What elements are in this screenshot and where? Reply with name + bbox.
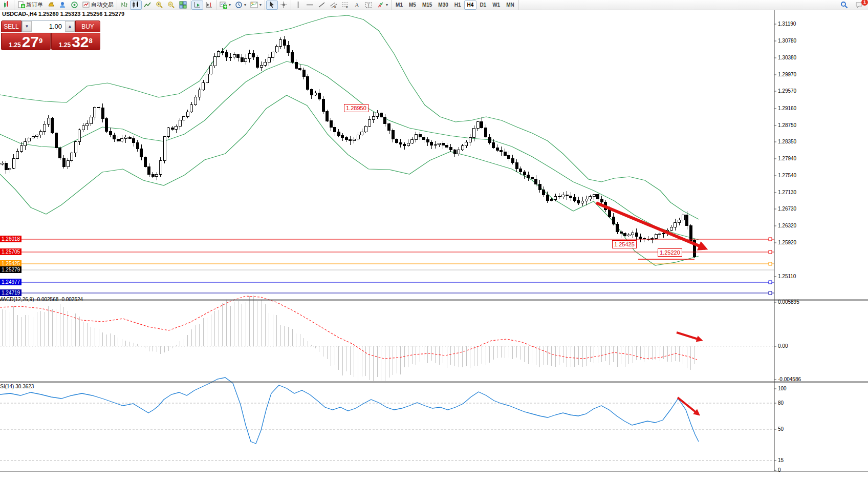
price-axis-tick: 1.27540 [778, 173, 796, 178]
line-handle[interactable] [769, 291, 772, 295]
new-order-button[interactable]: 新订单 [15, 1, 45, 10]
svg-text:T: T [367, 3, 371, 8]
toolbar-group-4: ▾▾▾ [216, 0, 265, 10]
price-annotation[interactable]: 1.28950 [344, 104, 368, 112]
price-axis-tick: 1.30380 [778, 55, 796, 60]
bollinger-upper-band[interactable] [0, 15, 699, 219]
crosshair-button[interactable] [278, 1, 290, 10]
line-handle[interactable] [769, 281, 772, 284]
chevron-down-icon[interactable]: ▾ [229, 3, 231, 7]
candle-mini-button[interactable] [1, 1, 13, 10]
cursor-button[interactable] [266, 1, 278, 10]
symbol-quote-line: USDCAD-,H4 1.25260 1.25323 1.25256 1.252… [2, 11, 124, 17]
timeframe-m15-button[interactable]: M15 [419, 1, 435, 10]
candles-button[interactable] [130, 1, 142, 10]
chevron-down-icon[interactable]: ▾ [244, 3, 246, 7]
macd-axis-tick: 0.005895 [778, 299, 799, 305]
level-price-tag: 1.25705 [0, 248, 21, 255]
buy-price-prefix: 1.25 [59, 41, 71, 49]
line-handle[interactable] [769, 238, 772, 241]
sell-button[interactable]: SELL [1, 20, 21, 32]
sell-price-display[interactable]: 1.25 27 9 [1, 33, 51, 50]
red-arrow-object[interactable] [677, 332, 701, 340]
timeframe-m30-button[interactable]: M30 [435, 1, 451, 10]
toolbar-button-label: 自动交易 [91, 1, 114, 9]
volume-increase-button[interactable]: ▲ [65, 21, 75, 32]
candle-mini-icon [3, 1, 11, 9]
line-handle[interactable] [769, 250, 772, 254]
bollinger-middle-band[interactable] [0, 61, 699, 240]
price-axis-tick: 1.26730 [778, 206, 796, 212]
text-button[interactable]: A [351, 1, 363, 10]
timeframe-h1-button[interactable]: H1 [451, 1, 464, 10]
indicators-button[interactable]: ▾ [218, 1, 233, 10]
timeframe-d1-button[interactable]: D1 [476, 1, 489, 10]
price-axis-tick: 1.27130 [778, 190, 796, 195]
toolbar-group-5 [265, 0, 291, 10]
fibonacci-button[interactable]: F [339, 1, 351, 10]
crosshair-icon [280, 1, 288, 9]
volume-decrease-button[interactable]: ▼ [22, 21, 32, 32]
indicators-icon [220, 1, 227, 9]
timeframe-mn-button[interactable]: MN [503, 1, 517, 10]
text-icon: A [353, 1, 361, 9]
svg-text:A: A [355, 2, 359, 9]
search-button[interactable] [838, 1, 850, 10]
price-axis-tick: 1.29570 [778, 88, 796, 94]
signals-button[interactable] [69, 1, 80, 10]
volume-input[interactable]: 1.00 [32, 21, 65, 32]
price-axis-tick: 1.25110 [778, 274, 796, 279]
chat-button[interactable]: 1 [853, 1, 865, 10]
label-icon: T [365, 1, 373, 9]
buy-price-display[interactable]: 1.25 32 8 [51, 33, 101, 50]
autoscroll-icon [193, 1, 201, 9]
price-axis-tick: 1.27940 [778, 156, 796, 161]
autoscroll-button[interactable] [191, 1, 203, 10]
candlestick-series[interactable] [1, 36, 696, 258]
toolbar-group-6: EFAT▾ [291, 0, 392, 10]
macd-axis-tick: -0.004586 [778, 377, 801, 382]
toolbar-group-2 [117, 0, 190, 10]
community-button[interactable] [57, 1, 69, 10]
zoom-out-button[interactable] [165, 1, 177, 10]
svg-text:F: F [346, 6, 348, 9]
label-button[interactable]: T [363, 1, 375, 10]
hline-button[interactable] [304, 1, 316, 10]
buy-button[interactable]: BUY [75, 20, 100, 32]
trendline-button[interactable] [316, 1, 328, 10]
periods-button[interactable]: ▾ [233, 1, 248, 10]
red-arrow-object[interactable] [678, 398, 699, 414]
line-chart-button[interactable] [142, 1, 154, 10]
chart-canvas[interactable] [0, 0, 868, 481]
vline-button[interactable] [292, 1, 304, 10]
autotrade-button[interactable]: 自动交易 [80, 1, 116, 10]
timeframe-w1-button[interactable]: W1 [489, 1, 503, 10]
bar-chart-icon [120, 1, 128, 9]
gold-button[interactable] [45, 1, 57, 10]
templates-button[interactable]: ▾ [248, 1, 264, 10]
zoom-in-button[interactable] [154, 1, 165, 10]
rsi-axis-tick: 15 [778, 457, 784, 463]
arrows-icon [377, 1, 384, 9]
tile-windows-button[interactable] [177, 1, 189, 10]
line-handle[interactable] [769, 262, 772, 265]
timeframe-m1-button[interactable]: M1 [393, 1, 406, 10]
price-axis-tick: 1.29160 [778, 106, 796, 111]
channel-button[interactable]: E [328, 1, 339, 10]
price-annotation[interactable]: 1.25220 [658, 248, 682, 257]
bar-chart-button[interactable] [118, 1, 130, 10]
price-axis-tick: 1.30780 [778, 38, 796, 44]
price-axis-tick: 1.28750 [778, 122, 796, 128]
timeframe-h4-button[interactable]: H4 [464, 1, 477, 10]
toolbar-button-label: 新订单 [26, 1, 43, 9]
shift-end-button[interactable] [203, 1, 215, 10]
timeframe-m5-button[interactable]: M5 [406, 1, 419, 10]
gold-icon [47, 1, 55, 9]
price-annotation[interactable]: 1.25425 [612, 240, 637, 248]
macd-histogram [2, 296, 695, 381]
price-axis-tick: 1.25920 [778, 240, 796, 245]
chevron-down-icon[interactable]: ▾ [259, 3, 262, 7]
current-price-tag: 1.25279 [0, 266, 21, 273]
arrows-button[interactable]: ▾ [375, 1, 390, 10]
chevron-down-icon[interactable]: ▾ [386, 3, 388, 7]
